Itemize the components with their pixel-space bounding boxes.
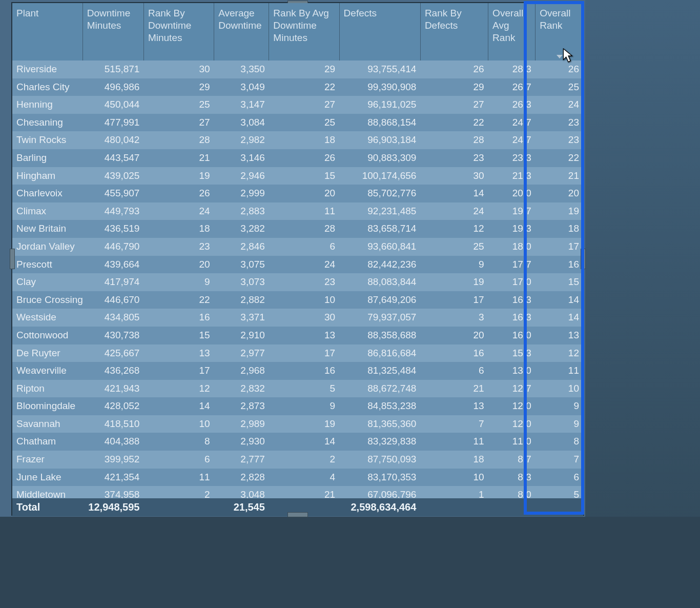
cell-rank_dt[interactable]: 20 [143,256,214,274]
cell-defects[interactable]: 87,649,206 [339,291,420,309]
table-row[interactable]: Barling443,547213,1462690,883,3092323.32… [12,149,583,167]
table-row[interactable]: Ripton421,943122,832588,672,7482112.710 [12,380,583,398]
cell-ovr_rank[interactable]: 17 [536,238,583,256]
resize-handle-left[interactable] [10,249,15,269]
cell-rank_avg[interactable]: 6 [269,238,339,256]
cell-rank_avg[interactable]: 25 [269,114,339,132]
cell-rank_avg[interactable]: 20 [269,185,339,202]
cell-rank_dt[interactable]: 14 [143,397,214,415]
cell-avg_dt[interactable]: 2,883 [214,202,269,220]
table-row[interactable]: Prescott439,664203,0752482,442,236917.71… [12,256,583,274]
cell-ovr_avg[interactable]: 23.3 [488,149,536,167]
cell-downtime[interactable]: 496,986 [83,78,143,96]
cell-defects[interactable]: 85,702,776 [339,185,420,202]
cell-ovr_avg[interactable]: 11.0 [488,433,536,451]
cell-ovr_avg[interactable]: 16.0 [488,327,536,344]
cell-rank_def[interactable]: 26 [420,60,488,78]
cell-defects[interactable]: 67,096,796 [339,486,420,498]
table-row[interactable]: Hingham439,025192,94615100,174,6563021.3… [12,167,583,185]
cell-plant[interactable]: Chesaning [12,114,83,132]
cell-rank_def[interactable]: 17 [420,291,488,309]
cell-rank_dt[interactable]: 25 [143,96,214,114]
table-row[interactable]: Climax449,793242,8831192,231,4852419.719 [12,202,583,220]
cell-rank_dt[interactable]: 19 [143,167,214,185]
cell-rank_def[interactable]: 20 [420,327,488,344]
cell-ovr_avg[interactable]: 12.0 [488,415,536,433]
table-row[interactable]: Jordan Valley446,790232,846693,660,84125… [12,238,583,256]
cell-ovr_avg[interactable]: 12.7 [488,380,536,398]
cell-rank_dt[interactable]: 22 [143,291,214,309]
cell-defects[interactable]: 81,325,484 [339,362,420,380]
table-row[interactable]: June Lake421,354112,828483,170,353108.36 [12,469,583,487]
table-row[interactable]: Weaverville436,268172,9681681,325,484613… [12,362,583,380]
cell-rank_dt[interactable]: 26 [143,185,214,202]
column-header-rank_dt[interactable]: Rank By Downtime Minutes [143,3,214,60]
cell-downtime[interactable]: 480,042 [83,131,143,149]
cell-rank_avg[interactable]: 17 [269,344,339,362]
cell-ovr_rank[interactable]: 19 [536,202,583,220]
cell-ovr_avg[interactable]: 8.0 [488,486,536,498]
cell-ovr_rank[interactable]: 8 [536,433,583,451]
data-table-body[interactable]: Riverside515,871303,3502993,755,4142628.… [12,60,583,498]
table-row[interactable]: Riverside515,871303,3502993,755,4142628.… [12,60,583,78]
cell-rank_dt[interactable]: 28 [143,131,214,149]
cell-rank_avg[interactable]: 28 [269,220,339,238]
cell-rank_dt[interactable]: 15 [143,327,214,344]
cell-avg_dt[interactable]: 3,371 [214,309,269,327]
cell-plant[interactable]: Middletown [12,486,83,498]
cell-rank_dt[interactable]: 2 [143,486,214,498]
cell-ovr_rank[interactable]: 23 [536,131,583,149]
cell-avg_dt[interactable]: 3,147 [214,96,269,114]
cell-defects[interactable]: 88,672,748 [339,380,420,398]
cell-rank_dt[interactable]: 27 [143,114,214,132]
cell-downtime[interactable]: 439,025 [83,167,143,185]
cell-rank_dt[interactable]: 12 [143,380,214,398]
cell-defects[interactable]: 93,755,414 [339,60,420,78]
cell-rank_dt[interactable]: 17 [143,362,214,380]
cell-avg_dt[interactable]: 3,048 [214,486,269,498]
cell-avg_dt[interactable]: 2,968 [214,362,269,380]
cell-downtime[interactable]: 477,991 [83,114,143,132]
table-row[interactable]: Charlevoix455,907262,9992085,702,7761420… [12,185,583,202]
cell-plant[interactable]: Charlevoix [12,185,83,202]
cell-avg_dt[interactable]: 2,828 [214,469,269,487]
cell-defects[interactable]: 90,883,309 [339,149,420,167]
cell-rank_def[interactable]: 1 [420,486,488,498]
cell-defects[interactable]: 92,231,485 [339,202,420,220]
cell-ovr_rank[interactable]: 5 [536,486,583,498]
cell-ovr_avg[interactable]: 19.7 [488,202,536,220]
table-visual[interactable]: PlantDowntime MinutesRank By Downtime Mi… [11,2,584,516]
cell-rank_avg[interactable]: 23 [269,273,339,291]
cell-rank_avg[interactable]: 13 [269,327,339,344]
cell-rank_avg[interactable]: 10 [269,291,339,309]
cell-avg_dt[interactable]: 3,084 [214,114,269,132]
column-header-rank_def[interactable]: Rank By Defects [420,3,488,60]
column-header-defects[interactable]: Defects [339,3,420,60]
cell-ovr_avg[interactable]: 18.0 [488,238,536,256]
cell-defects[interactable]: 96,191,025 [339,96,420,114]
cell-ovr_rank[interactable]: 20 [536,185,583,202]
cell-ovr_rank[interactable]: 16 [536,256,583,274]
cell-defects[interactable]: 100,174,656 [339,167,420,185]
cell-rank_avg[interactable]: 15 [269,167,339,185]
cell-downtime[interactable]: 436,268 [83,362,143,380]
cell-plant[interactable]: Ripton [12,380,83,398]
cell-rank_dt[interactable]: 11 [143,469,214,487]
column-header-ovr_rank[interactable]: Overall Rank [536,3,583,60]
cell-rank_avg[interactable]: 18 [269,131,339,149]
cell-rank_def[interactable]: 16 [420,344,488,362]
cell-ovr_rank[interactable]: 10 [536,380,583,398]
cell-defects[interactable]: 84,853,238 [339,397,420,415]
cell-rank_def[interactable]: 11 [420,433,488,451]
cell-ovr_rank[interactable]: 11 [536,362,583,380]
cell-ovr_avg[interactable]: 20.0 [488,185,536,202]
cell-defects[interactable]: 83,329,838 [339,433,420,451]
cell-downtime[interactable]: 455,907 [83,185,143,202]
cell-plant[interactable]: De Ruyter [12,344,83,362]
cell-plant[interactable]: Bloomingdale [12,397,83,415]
column-header-plant[interactable]: Plant [12,3,83,60]
cell-ovr_avg[interactable]: 13.0 [488,362,536,380]
cell-ovr_avg[interactable]: 16.3 [488,291,536,309]
cell-defects[interactable]: 87,750,093 [339,451,420,469]
cell-plant[interactable]: Clay [12,273,83,291]
